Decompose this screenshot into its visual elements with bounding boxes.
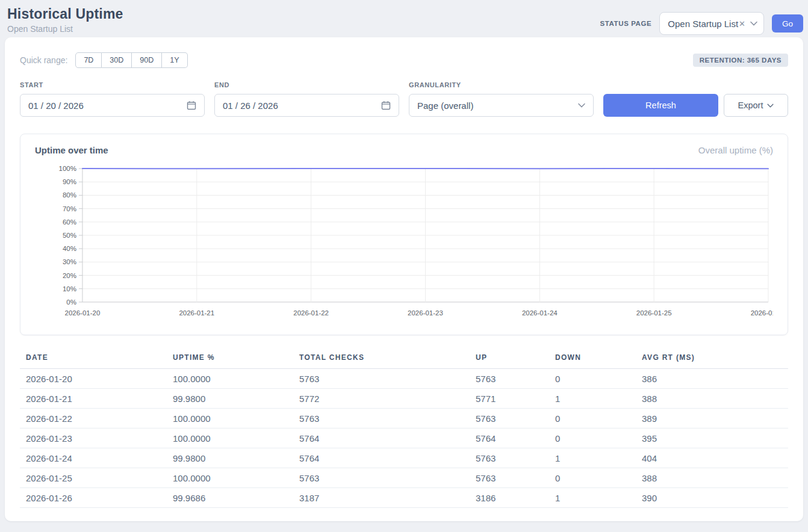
end-date-input[interactable]: 01 / 26 / 2026 xyxy=(214,94,399,117)
chevron-down-icon xyxy=(578,103,585,108)
table-cell: 2026-01-26 xyxy=(20,488,167,508)
table-cell: 5763 xyxy=(293,409,470,428)
column-header: UPTIME % xyxy=(167,350,293,369)
table-cell: 389 xyxy=(636,409,788,428)
table-cell: 5763 xyxy=(293,468,470,488)
table-cell: 0 xyxy=(549,468,636,488)
granularity-field-group: GRANULARITY Page (overall) xyxy=(409,81,594,117)
main-panel: Quick range: 7D30D90D1Y RETENTION: 365 D… xyxy=(5,37,803,521)
refresh-button[interactable]: Refresh xyxy=(603,94,718,117)
column-header: DATE xyxy=(20,350,167,369)
status-page-select-value: Open Startup List xyxy=(668,19,738,29)
table-cell: 2026-01-20 xyxy=(20,369,167,389)
status-page-select[interactable]: Open Startup List ✕ xyxy=(659,12,764,35)
table-cell: 5763 xyxy=(293,369,470,389)
export-button-label: Export xyxy=(738,101,763,110)
granularity-label: GRANULARITY xyxy=(409,81,594,88)
quick-range-90d-button[interactable]: 90D xyxy=(132,52,162,68)
table-cell: 100.0000 xyxy=(167,369,293,389)
table-cell: 3186 xyxy=(470,488,549,508)
table-row: 2026-01-23100.0000576457640395 xyxy=(20,428,788,448)
chevron-down-icon xyxy=(767,104,774,108)
x-axis-tick-label: 2026-01-24 xyxy=(522,309,558,317)
table-row: 2026-01-25100.0000576357630388 xyxy=(20,468,788,488)
end-date-value: 01 / 26 / 2026 xyxy=(223,101,278,111)
y-axis-tick-label: 80% xyxy=(63,191,76,199)
quick-range-1y-button[interactable]: 1Y xyxy=(162,52,187,68)
table-cell: 5771 xyxy=(470,389,549,409)
start-date-input[interactable]: 01 / 20 / 2026 xyxy=(20,94,205,117)
table-cell: 100.0000 xyxy=(167,409,293,428)
table-cell: 5772 xyxy=(293,389,470,409)
clear-icon[interactable]: ✕ xyxy=(739,19,745,28)
table-row: 2026-01-20100.0000576357630386 xyxy=(20,369,788,389)
page-subtitle: Open Startup List xyxy=(7,24,123,34)
table-cell: 5763 xyxy=(470,369,549,389)
table-row: 2026-01-2199.9800577257711388 xyxy=(20,389,788,409)
table-cell: 0 xyxy=(549,369,636,389)
calendar-icon[interactable] xyxy=(381,101,391,110)
header-controls: STATUS PAGE Open Startup List ✕ Go xyxy=(600,12,803,35)
y-axis-tick-label: 40% xyxy=(63,245,76,252)
table-cell: 404 xyxy=(636,448,788,468)
table-cell: 2026-01-23 xyxy=(20,428,167,448)
header-titles: Historical Uptime Open Startup List xyxy=(7,6,123,34)
page-header: Historical Uptime Open Startup List STAT… xyxy=(0,0,808,37)
table-cell: 386 xyxy=(636,369,788,389)
y-axis-tick-label: 30% xyxy=(63,258,76,265)
x-axis-tick-label: 2026-01-20 xyxy=(65,309,101,317)
x-axis-tick-label: 2026-01-26 xyxy=(751,309,773,317)
uptime-line-chart: 0%10%20%30%40%50%60%70%80%90%100%2026-01… xyxy=(35,164,773,321)
quick-range-30d-button[interactable]: 30D xyxy=(102,52,132,68)
start-date-field-group: START 01 / 20 / 2026 xyxy=(20,81,205,117)
y-axis-tick-label: 100% xyxy=(59,165,76,172)
table-cell: 2026-01-24 xyxy=(20,448,167,468)
y-axis-tick-label: 50% xyxy=(63,232,76,239)
table-cell: 5763 xyxy=(470,409,549,428)
table-cell: 5763 xyxy=(470,448,549,468)
start-date-value: 01 / 20 / 2026 xyxy=(28,101,84,111)
table-cell: 0 xyxy=(549,428,636,448)
chart-header: Uptime over time Overall uptime (%) xyxy=(35,145,773,155)
x-axis-tick-label: 2026-01-22 xyxy=(293,309,329,317)
uptime-table: DATEUPTIME %TOTAL CHECKSUPDOWNAVG RT (MS… xyxy=(20,350,788,508)
filters-row: START 01 / 20 / 2026 END 01 / 26 / 2026 … xyxy=(20,81,788,117)
table-cell: 5763 xyxy=(470,468,549,488)
granularity-select[interactable]: Page (overall) xyxy=(409,94,594,117)
quick-range-label: Quick range: xyxy=(20,55,67,65)
table-cell: 5764 xyxy=(293,428,470,448)
y-axis-tick-label: 20% xyxy=(63,272,76,279)
quick-range-7d-button[interactable]: 7D xyxy=(75,52,102,68)
table-cell: 2026-01-22 xyxy=(20,409,167,428)
column-header: AVG RT (MS) xyxy=(636,350,788,369)
table-cell: 2026-01-21 xyxy=(20,389,167,409)
table-cell: 5764 xyxy=(470,428,549,448)
chart-legend: Overall uptime (%) xyxy=(698,145,773,155)
table-row: 2026-01-2499.9800576457631404 xyxy=(20,448,788,468)
go-button[interactable]: Go xyxy=(772,14,803,32)
table-cell: 0 xyxy=(549,409,636,428)
table-cell: 388 xyxy=(636,389,788,409)
table-cell: 1 xyxy=(549,448,636,468)
table-cell: 1 xyxy=(549,488,636,508)
table-cell: 100.0000 xyxy=(167,428,293,448)
table-cell: 388 xyxy=(636,468,788,488)
quick-range-toolbar: Quick range: 7D30D90D1Y RETENTION: 365 D… xyxy=(20,52,788,69)
table-cell: 99.9800 xyxy=(167,389,293,409)
y-axis-tick-label: 0% xyxy=(66,298,76,306)
retention-badge: RETENTION: 365 DAYS xyxy=(693,54,788,67)
x-axis-tick-label: 2026-01-25 xyxy=(636,309,672,317)
export-button[interactable]: Export xyxy=(724,94,788,117)
column-header: DOWN xyxy=(549,350,636,369)
end-date-label: END xyxy=(214,81,399,88)
table-row: 2026-01-2699.9686318731861390 xyxy=(20,488,788,508)
table-header-row: DATEUPTIME %TOTAL CHECKSUPDOWNAVG RT (MS… xyxy=(20,350,788,369)
table-cell: 390 xyxy=(636,488,788,508)
column-header: UP xyxy=(470,350,549,369)
granularity-value: Page (overall) xyxy=(417,101,473,111)
calendar-icon[interactable] xyxy=(187,101,196,110)
y-axis-tick-label: 60% xyxy=(63,218,76,226)
table-cell: 100.0000 xyxy=(167,468,293,488)
column-header: TOTAL CHECKS xyxy=(293,350,470,369)
uptime-chart-card: Uptime over time Overall uptime (%) 0%10… xyxy=(20,134,788,335)
